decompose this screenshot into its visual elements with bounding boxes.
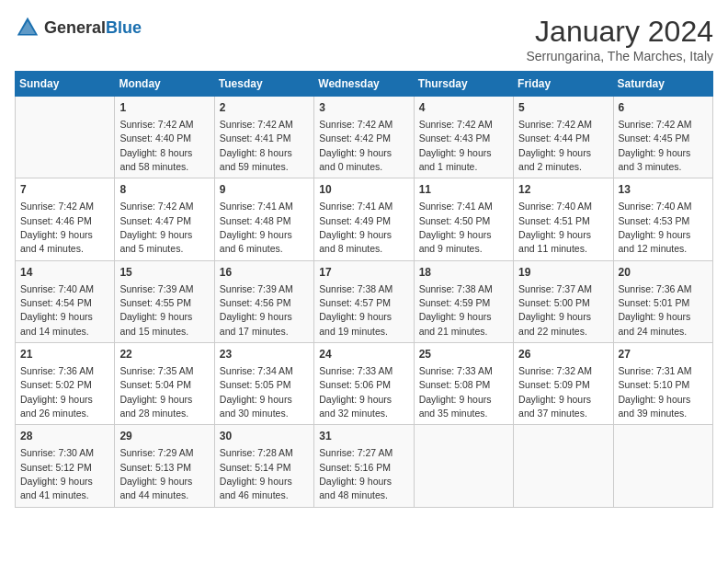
sunrise-info: Sunrise: 7:38 AM bbox=[319, 283, 392, 294]
sunrise-info: Sunrise: 7:28 AM bbox=[220, 447, 293, 458]
calendar-cell: 17 Sunrise: 7:38 AM Sunset: 4:57 PM Dayl… bbox=[314, 260, 414, 342]
day-number: 13 bbox=[619, 182, 708, 198]
daylight-info: Daylight: 9 hours and 26 minutes. bbox=[20, 394, 93, 419]
day-number: 22 bbox=[119, 347, 209, 362]
sunrise-info: Sunrise: 7:41 AM bbox=[220, 201, 293, 212]
logo-general-text: General bbox=[44, 18, 106, 37]
calendar-cell: 8 Sunrise: 7:42 AM Sunset: 4:47 PM Dayli… bbox=[115, 178, 214, 260]
sunset-info: Sunset: 5:08 PM bbox=[419, 379, 491, 390]
day-number: 4 bbox=[419, 100, 508, 116]
day-number: 9 bbox=[220, 182, 309, 198]
day-number: 1 bbox=[119, 100, 209, 116]
sunset-info: Sunset: 4:49 PM bbox=[319, 215, 391, 226]
daylight-info: Daylight: 9 hours and 19 minutes. bbox=[319, 311, 392, 336]
day-number: 6 bbox=[619, 100, 708, 116]
sunset-info: Sunset: 4:43 PM bbox=[419, 132, 491, 144]
calendar-week-row: 7 Sunrise: 7:42 AM Sunset: 4:46 PM Dayli… bbox=[16, 178, 713, 260]
day-number: 16 bbox=[220, 265, 309, 281]
calendar-cell: 20 Sunrise: 7:36 AM Sunset: 5:01 PM Dayl… bbox=[613, 260, 712, 342]
daylight-info: Daylight: 9 hours and 39 minutes. bbox=[619, 394, 691, 419]
sunset-info: Sunset: 4:50 PM bbox=[419, 215, 491, 226]
sunset-info: Sunset: 5:06 PM bbox=[319, 379, 391, 390]
sunrise-info: Sunrise: 7:30 AM bbox=[20, 447, 94, 458]
sunrise-info: Sunrise: 7:35 AM bbox=[119, 365, 193, 376]
calendar-cell: 3 Sunrise: 7:42 AM Sunset: 4:42 PM Dayli… bbox=[314, 97, 414, 178]
day-number: 8 bbox=[119, 182, 209, 198]
day-number: 3 bbox=[319, 100, 408, 116]
calendar-cell: 27 Sunrise: 7:31 AM Sunset: 5:10 PM Dayl… bbox=[613, 343, 712, 425]
sunset-info: Sunset: 5:13 PM bbox=[119, 462, 191, 473]
sunrise-info: Sunrise: 7:33 AM bbox=[419, 365, 493, 376]
calendar-cell: 11 Sunrise: 7:41 AM Sunset: 4:50 PM Dayl… bbox=[414, 178, 513, 260]
logo-icon bbox=[15, 15, 40, 40]
sunset-info: Sunset: 4:45 PM bbox=[619, 132, 690, 144]
sunset-info: Sunset: 4:56 PM bbox=[220, 297, 291, 308]
daylight-info: Daylight: 9 hours and 30 minutes. bbox=[220, 394, 292, 419]
sunrise-info: Sunrise: 7:42 AM bbox=[119, 119, 193, 130]
calendar-cell: 30 Sunrise: 7:28 AM Sunset: 5:14 PM Dayl… bbox=[214, 425, 313, 507]
title-block: January 2024 Serrungarina, The Marches, … bbox=[526, 15, 713, 63]
daylight-info: Daylight: 9 hours and 5 minutes. bbox=[119, 229, 192, 254]
calendar-week-row: 21 Sunrise: 7:36 AM Sunset: 5:02 PM Dayl… bbox=[16, 343, 713, 425]
daylight-info: Daylight: 9 hours and 1 minute. bbox=[419, 147, 492, 172]
day-of-week-header: Friday bbox=[514, 72, 613, 97]
sunset-info: Sunset: 4:41 PM bbox=[220, 132, 291, 144]
calendar-cell: 7 Sunrise: 7:42 AM Sunset: 4:46 PM Dayli… bbox=[16, 178, 115, 260]
sunset-info: Sunset: 5:02 PM bbox=[20, 379, 92, 390]
daylight-info: Daylight: 9 hours and 17 minutes. bbox=[220, 311, 292, 336]
calendar-cell: 9 Sunrise: 7:41 AM Sunset: 4:48 PM Dayli… bbox=[214, 178, 313, 260]
day-of-week-header: Monday bbox=[115, 72, 214, 97]
day-number: 11 bbox=[419, 182, 508, 198]
calendar-cell: 31 Sunrise: 7:27 AM Sunset: 5:16 PM Dayl… bbox=[314, 425, 414, 507]
sunrise-info: Sunrise: 7:36 AM bbox=[619, 283, 692, 294]
calendar-week-row: 1 Sunrise: 7:42 AM Sunset: 4:40 PM Dayli… bbox=[16, 97, 713, 178]
sunset-info: Sunset: 5:04 PM bbox=[119, 379, 191, 390]
sunrise-info: Sunrise: 7:40 AM bbox=[518, 201, 592, 212]
calendar-cell: 15 Sunrise: 7:39 AM Sunset: 4:55 PM Dayl… bbox=[115, 260, 214, 342]
calendar-cell: 23 Sunrise: 7:34 AM Sunset: 5:05 PM Dayl… bbox=[214, 343, 313, 425]
sunset-info: Sunset: 5:16 PM bbox=[319, 462, 391, 473]
daylight-info: Daylight: 9 hours and 44 minutes. bbox=[119, 476, 192, 500]
daylight-info: Daylight: 9 hours and 28 minutes. bbox=[119, 394, 192, 419]
sunrise-info: Sunrise: 7:31 AM bbox=[619, 365, 692, 376]
daylight-info: Daylight: 9 hours and 0 minutes. bbox=[319, 147, 392, 172]
daylight-info: Daylight: 9 hours and 4 minutes. bbox=[20, 229, 93, 254]
day-number: 26 bbox=[518, 347, 608, 362]
day-of-week-header: Wednesday bbox=[314, 72, 414, 97]
sunrise-info: Sunrise: 7:34 AM bbox=[220, 365, 293, 376]
calendar-cell: 5 Sunrise: 7:42 AM Sunset: 4:44 PM Dayli… bbox=[514, 97, 613, 178]
sunrise-info: Sunrise: 7:42 AM bbox=[518, 119, 592, 130]
sunset-info: Sunset: 5:00 PM bbox=[518, 297, 590, 308]
day-of-week-header: Tuesday bbox=[214, 72, 313, 97]
sunrise-info: Sunrise: 7:42 AM bbox=[419, 119, 493, 130]
sunrise-info: Sunrise: 7:38 AM bbox=[419, 283, 493, 294]
sunset-info: Sunset: 4:48 PM bbox=[220, 215, 291, 226]
sunrise-info: Sunrise: 7:39 AM bbox=[119, 283, 193, 294]
daylight-info: Daylight: 8 hours and 59 minutes. bbox=[220, 147, 292, 172]
day-number: 23 bbox=[220, 347, 309, 362]
sunrise-info: Sunrise: 7:27 AM bbox=[319, 447, 392, 458]
sunrise-info: Sunrise: 7:40 AM bbox=[619, 201, 692, 212]
calendar-cell: 1 Sunrise: 7:42 AM Sunset: 4:40 PM Dayli… bbox=[115, 97, 214, 178]
daylight-info: Daylight: 9 hours and 46 minutes. bbox=[220, 476, 292, 500]
day-number: 15 bbox=[119, 265, 209, 281]
calendar-week-row: 14 Sunrise: 7:40 AM Sunset: 4:54 PM Dayl… bbox=[16, 260, 713, 342]
daylight-info: Daylight: 9 hours and 41 minutes. bbox=[20, 476, 93, 500]
calendar-cell: 28 Sunrise: 7:30 AM Sunset: 5:12 PM Dayl… bbox=[16, 425, 115, 507]
sunrise-info: Sunrise: 7:37 AM bbox=[518, 283, 592, 294]
daylight-info: Daylight: 9 hours and 37 minutes. bbox=[518, 394, 591, 419]
daylight-info: Daylight: 9 hours and 3 minutes. bbox=[619, 147, 691, 172]
calendar-cell: 6 Sunrise: 7:42 AM Sunset: 4:45 PM Dayli… bbox=[613, 97, 712, 178]
calendar-cell: 16 Sunrise: 7:39 AM Sunset: 4:56 PM Dayl… bbox=[214, 260, 313, 342]
day-number: 18 bbox=[419, 265, 508, 281]
sunrise-info: Sunrise: 7:39 AM bbox=[220, 283, 293, 294]
day-of-week-header: Thursday bbox=[414, 72, 513, 97]
calendar-cell: 21 Sunrise: 7:36 AM Sunset: 5:02 PM Dayl… bbox=[16, 343, 115, 425]
day-number: 28 bbox=[20, 429, 109, 444]
day-number: 17 bbox=[319, 265, 408, 281]
sunrise-info: Sunrise: 7:42 AM bbox=[319, 119, 392, 130]
sunset-info: Sunset: 4:54 PM bbox=[20, 297, 92, 308]
day-number: 14 bbox=[20, 265, 109, 281]
calendar-week-row: 28 Sunrise: 7:30 AM Sunset: 5:12 PM Dayl… bbox=[16, 425, 713, 507]
daylight-info: Daylight: 9 hours and 12 minutes. bbox=[619, 229, 691, 254]
